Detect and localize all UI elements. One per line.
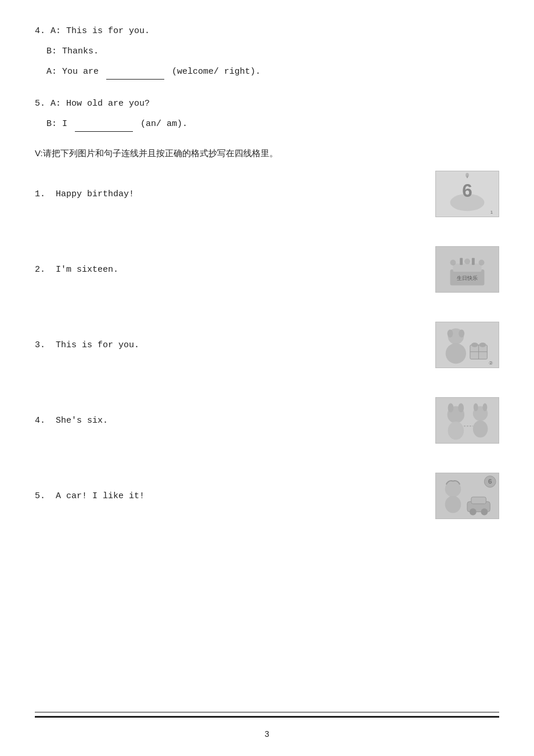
image-2-svg: 生日快乐 [436,246,499,293]
footer-lines [35,712,499,721]
question-5: 5. A: How old are you? B: I (an/ am). [35,96,499,132]
section-v-instruction: V:请把下列图片和句子连线并且按正确的格式抄写在四线格里。 [35,148,499,159]
svg-text:6: 6 [462,181,472,201]
match-image-3: ② [435,322,499,368]
q4-line3: A: You are (welcome/ right). [35,64,499,80]
match-image-5: 6 [435,473,499,519]
svg-point-18 [459,329,464,337]
q4-options: (welcome/ right). [172,67,261,77]
q5-line1: 5. A: How old are you? [35,96,499,111]
svg-rect-8 [453,264,481,272]
footer-line-1 [35,712,499,712]
match-item-3: 3. This is for you. [35,322,499,368]
q5-blank [75,131,133,132]
page-number: 3 [265,729,269,739]
match-item-4: 4. She's six. [35,397,499,444]
q5-speaker-a: A: How old are you? [50,99,150,109]
svg-point-28 [448,404,454,413]
q5-speaker-b: B: I [46,119,67,129]
match-image-1: 6 1 [435,171,499,217]
svg-point-29 [458,404,464,413]
item1-number: 1. Happy birthday! [35,189,134,199]
svg-rect-40 [471,497,486,504]
q4-speaker-a1: A: This is for you. [50,26,150,36]
q4-label: 4. [35,26,45,36]
image-4-svg [436,397,499,444]
match-image-4 [435,397,499,444]
match-item-5: 5. A car! I like it! [35,473,499,519]
svg-point-11 [450,260,456,265]
svg-point-17 [448,329,453,337]
svg-point-32 [474,404,478,412]
question-4: 4. A: This is for you. B: Thanks. A: You… [35,23,499,80]
match-text-3: 3. This is for you. [35,340,255,350]
match-text-4: 4. She's six. [35,416,255,426]
svg-point-41 [470,509,477,516]
svg-point-19 [446,343,466,363]
svg-rect-26 [436,398,499,444]
match-image-2: 生日快乐 [435,246,499,293]
q4-speaker-b: B: Thanks. [46,46,99,56]
q4-speaker-a2: A: You are [46,67,99,77]
page: 4. A: This is for you. B: Thanks. A: You… [0,0,534,756]
item4-number: 4. She's six. [35,416,108,426]
match-text-2: 2. I'm sixteen. [35,265,255,275]
match-item-2: 2. I'm sixteen. 生日快乐 [35,246,499,293]
svg-point-23 [471,343,478,347]
svg-rect-9 [460,258,463,265]
item5-number: 5. A car! I like it! [35,491,145,501]
q5-line2: B: I (an/ am). [35,116,499,132]
svg-point-38 [445,496,461,513]
q5-options: (an/ am). [140,119,187,129]
svg-text:②: ② [489,361,493,366]
svg-point-24 [479,343,486,347]
section-v-text: 请把下列图片和句子连线并且按正确的格式抄写在四线格里。 [43,148,278,158]
svg-point-34 [473,420,488,437]
svg-text:6: 6 [488,477,492,485]
svg-point-13 [479,260,485,265]
match-text-1: 1. Happy birthday! [35,189,255,199]
svg-point-42 [481,509,488,516]
item2-number: 2. I'm sixteen. [35,265,118,275]
section-v: V:请把下列图片和句子连线并且按正确的格式抄写在四线格里。 1. Happy b… [35,148,499,519]
q5-label: 5. [35,99,45,109]
q4-line2: B: Thanks. [35,44,499,59]
footer-line-2 [35,716,499,718]
svg-point-33 [483,404,488,412]
svg-point-12 [464,258,470,264]
svg-text:1: 1 [490,210,493,215]
svg-point-4 [466,173,469,178]
svg-text:生日快乐: 生日快乐 [457,275,478,281]
q4-blank [106,79,164,80]
image-1-svg: 6 1 [436,171,499,217]
image-3-svg: ② [436,322,499,368]
svg-rect-10 [472,258,475,265]
section-v-label: V: [35,148,43,158]
q4-line1: 4. A: This is for you. [35,23,499,39]
match-text-5: 5. A car! I like it! [35,491,255,501]
item3-number: 3. This is for you. [35,340,139,350]
svg-point-30 [448,422,464,440]
image-5-svg: 6 [436,473,499,519]
match-item-1: 1. Happy birthday! 6 1 [35,171,499,217]
